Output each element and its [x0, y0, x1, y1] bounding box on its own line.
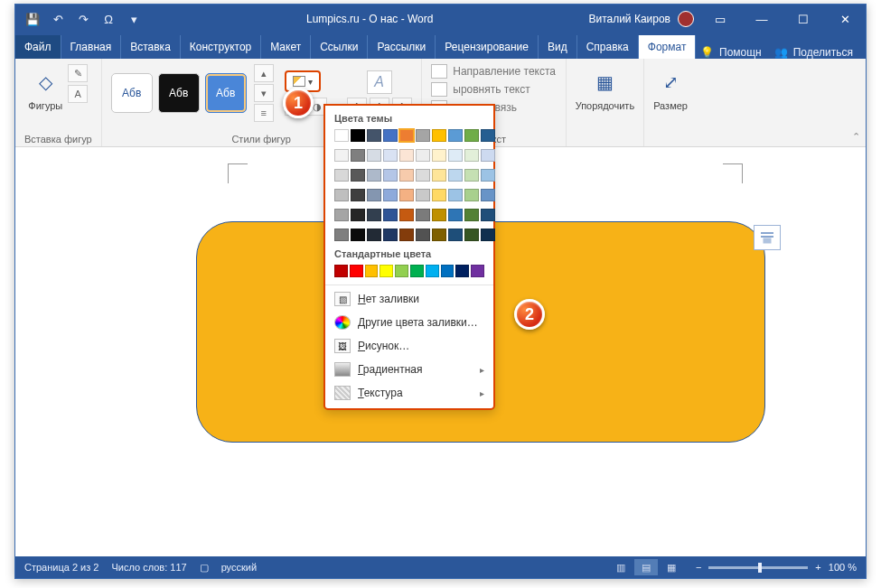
- color-swatch[interactable]: [416, 189, 430, 201]
- color-swatch[interactable]: [481, 229, 495, 241]
- color-swatch[interactable]: [351, 129, 365, 142]
- gallery-more-icon[interactable]: ≡: [254, 104, 274, 122]
- color-swatch[interactable]: [351, 169, 365, 182]
- maximize-button[interactable]: ☐: [783, 5, 824, 33]
- color-swatch[interactable]: [481, 129, 495, 142]
- redo-icon[interactable]: ↷: [73, 9, 93, 29]
- color-swatch[interactable]: [399, 209, 414, 221]
- save-icon[interactable]: 💾: [23, 9, 42, 29]
- color-swatch[interactable]: [481, 169, 495, 182]
- color-swatch[interactable]: [367, 169, 381, 182]
- color-swatch[interactable]: [410, 265, 424, 277]
- no-fill-item[interactable]: ▧Нет заливки: [325, 287, 493, 311]
- color-swatch[interactable]: [464, 189, 479, 201]
- user-area[interactable]: Виталий Каиров: [588, 11, 699, 27]
- color-swatch[interactable]: [432, 229, 446, 241]
- minimize-button[interactable]: —: [741, 5, 783, 33]
- gradient-fill-item[interactable]: Градиентная▸: [325, 358, 493, 381]
- wordart-styles-button[interactable]: A: [367, 70, 392, 94]
- edit-shape-icon[interactable]: ✎: [68, 64, 88, 82]
- color-swatch[interactable]: [416, 129, 430, 142]
- color-swatch[interactable]: [455, 265, 469, 277]
- color-swatch[interactable]: [383, 229, 398, 241]
- color-swatch[interactable]: [365, 265, 379, 277]
- color-swatch[interactable]: [350, 265, 363, 277]
- collapse-ribbon-icon[interactable]: ⌃: [852, 131, 860, 143]
- color-swatch[interactable]: [399, 129, 414, 142]
- layout-options-button[interactable]: [754, 225, 781, 250]
- color-swatch[interactable]: [448, 209, 463, 221]
- color-swatch[interactable]: [334, 229, 349, 241]
- color-swatch[interactable]: [334, 209, 349, 221]
- color-swatch[interactable]: [383, 149, 398, 162]
- color-swatch[interactable]: [464, 229, 479, 241]
- color-swatch[interactable]: [464, 129, 479, 142]
- tab-home[interactable]: Главная: [61, 35, 122, 59]
- size-icon[interactable]: ⤢: [655, 64, 686, 100]
- undo-icon[interactable]: ↶: [48, 9, 68, 29]
- qat-dropdown-icon[interactable]: ▾: [124, 9, 144, 29]
- color-swatch[interactable]: [416, 229, 430, 241]
- color-swatch[interactable]: [351, 189, 365, 201]
- color-swatch[interactable]: [383, 169, 398, 182]
- color-swatch[interactable]: [399, 149, 414, 162]
- textbox-icon[interactable]: A: [68, 85, 88, 103]
- close-button[interactable]: ✕: [824, 5, 866, 33]
- tab-format[interactable]: Формат: [639, 35, 697, 59]
- share-action[interactable]: 👥Поделиться: [774, 46, 853, 59]
- color-swatch[interactable]: [481, 189, 495, 201]
- color-swatch[interactable]: [432, 129, 446, 142]
- color-swatch[interactable]: [441, 265, 455, 277]
- align-text-button[interactable]: ыровнять текст: [431, 82, 556, 97]
- tab-help[interactable]: Справка: [577, 35, 639, 59]
- ribbon-options-icon[interactable]: ▭: [699, 5, 741, 33]
- color-swatch[interactable]: [448, 189, 463, 201]
- help-action[interactable]: 💡Помощн: [700, 46, 762, 59]
- zoom-in-button[interactable]: +: [815, 562, 820, 573]
- color-swatch[interactable]: [481, 149, 495, 162]
- color-swatch[interactable]: [448, 129, 463, 142]
- picture-fill-item[interactable]: 🖼Рисунок…: [325, 334, 493, 358]
- color-swatch[interactable]: [464, 149, 479, 162]
- color-swatch[interactable]: [334, 265, 348, 277]
- status-page[interactable]: Страница 2 из 2: [24, 562, 98, 573]
- shapes-icon[interactable]: ◇: [30, 64, 61, 100]
- shape-style-1[interactable]: Абв: [111, 73, 153, 113]
- color-swatch[interactable]: [471, 265, 484, 277]
- proofing-icon[interactable]: ▢: [200, 562, 209, 574]
- color-swatch[interactable]: [367, 129, 381, 142]
- status-words[interactable]: Число слов: 117: [111, 562, 186, 573]
- color-swatch[interactable]: [334, 169, 349, 182]
- color-swatch[interactable]: [432, 169, 446, 182]
- zoom-level[interactable]: 100 %: [829, 562, 857, 573]
- color-swatch[interactable]: [334, 189, 349, 201]
- color-swatch[interactable]: [380, 265, 393, 277]
- color-swatch[interactable]: [367, 209, 381, 221]
- texture-fill-item[interactable]: Текстура▸: [325, 381, 493, 405]
- color-swatch[interactable]: [416, 169, 430, 182]
- color-swatch[interactable]: [426, 265, 439, 277]
- gallery-up-icon[interactable]: ▴: [254, 64, 274, 82]
- color-swatch[interactable]: [383, 209, 398, 221]
- color-swatch[interactable]: [367, 189, 381, 201]
- color-swatch[interactable]: [334, 149, 349, 162]
- tab-file[interactable]: Файл: [15, 35, 61, 59]
- more-colors-item[interactable]: Другие цвета заливки…: [325, 311, 493, 334]
- tab-view[interactable]: Вид: [539, 35, 577, 59]
- web-layout-icon[interactable]: ▦: [660, 559, 683, 575]
- omega-icon[interactable]: Ω: [98, 9, 118, 29]
- color-swatch[interactable]: [448, 149, 463, 162]
- print-layout-icon[interactable]: ▤: [634, 559, 658, 575]
- color-swatch[interactable]: [367, 149, 381, 162]
- color-swatch[interactable]: [448, 229, 463, 241]
- color-swatch[interactable]: [481, 209, 495, 221]
- tab-insert[interactable]: Вставка: [121, 35, 181, 59]
- color-swatch[interactable]: [464, 209, 479, 221]
- color-swatch[interactable]: [383, 189, 398, 201]
- status-language[interactable]: русский: [221, 562, 257, 573]
- tab-review[interactable]: Рецензирование: [436, 35, 539, 59]
- tab-layout[interactable]: Макет: [261, 35, 311, 59]
- avatar[interactable]: [678, 11, 694, 27]
- shape-style-3[interactable]: Абв: [205, 73, 247, 113]
- color-swatch[interactable]: [416, 149, 430, 162]
